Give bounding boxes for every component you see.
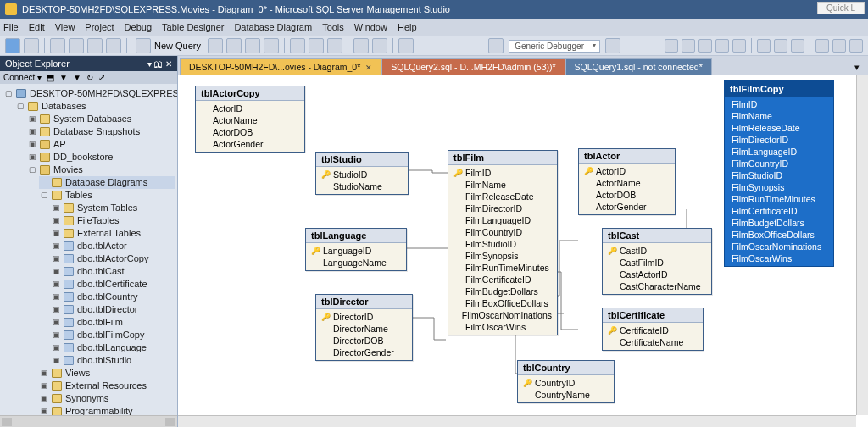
toolbar-button[interactable] — [757, 39, 771, 53]
db-movies[interactable]: ▢Movies — [27, 164, 175, 176]
column-item[interactable]: FilmCountryID — [725, 158, 833, 169]
column-item[interactable]: FilmOscarNominations — [725, 241, 833, 252]
quick-launch[interactable]: Quick L — [817, 2, 865, 14]
column-item[interactable]: FilmLanguageID — [448, 214, 557, 226]
toolbar-button[interactable] — [665, 39, 678, 53]
close-icon[interactable]: ✕ — [365, 64, 372, 72]
menu-project[interactable]: Project — [85, 22, 114, 32]
column-item[interactable]: LanguageName — [306, 257, 406, 269]
column-item[interactable]: 🔑FilmID — [448, 167, 557, 179]
menu-database-diagram[interactable]: Database Diagram — [234, 22, 312, 32]
menu-help[interactable]: Help — [398, 22, 417, 32]
nav-back-button[interactable] — [5, 38, 20, 53]
table-box-actorcopy[interactable]: tblActorCopy ActorIDActorNameActorDOBAct… — [195, 86, 305, 152]
column-item[interactable]: FilmID — [725, 98, 833, 110]
extres-node[interactable]: ▣External Resources — [39, 380, 175, 392]
external-tables-node[interactable]: ▣External Tables — [51, 227, 175, 240]
nav-fwd-button[interactable] — [24, 38, 39, 53]
column-item[interactable]: ActorDOB — [579, 189, 675, 201]
prog-node[interactable]: ▣Programmability — [39, 405, 175, 415]
column-item[interactable]: FilmName — [725, 110, 833, 122]
column-item[interactable]: FilmCountryID — [448, 226, 557, 238]
toolbar-button[interactable] — [849, 39, 863, 53]
toolbar-button[interactable] — [774, 39, 787, 53]
column-item[interactable]: FilmOscarWins — [725, 252, 833, 264]
column-item[interactable]: ActorDOB — [196, 126, 304, 138]
table-box-country[interactable]: tblCountry 🔑CountryIDCountryName — [517, 360, 615, 403]
popup-tblfilmcopy[interactable]: tblFilmCopy FilmIDFilmNameFilmReleaseDat… — [724, 80, 834, 267]
menu-edit[interactable]: Edit — [29, 22, 45, 32]
toolbar-button[interactable] — [682, 39, 695, 53]
menu-view[interactable]: View — [55, 22, 75, 32]
oex-tool-icon[interactable]: ▼ — [73, 73, 81, 82]
table-cast[interactable]: ▣dbo.tblCast — [51, 265, 175, 278]
toolbar-button[interactable] — [791, 39, 804, 53]
column-item[interactable]: ActorName — [196, 114, 304, 126]
column-item[interactable]: FilmBudgetDollars — [725, 217, 833, 229]
table-box-studio[interactable]: tblStudio 🔑StudioIDStudioName — [315, 152, 409, 195]
column-item[interactable]: FilmName — [448, 179, 557, 191]
table-film[interactable]: ▣dbo.tblFilm — [51, 316, 175, 329]
toolbar-button[interactable] — [832, 39, 846, 53]
undo-button[interactable] — [353, 38, 369, 53]
db-ap[interactable]: ▣AP — [27, 138, 175, 151]
snap-node[interactable]: ▣Database Snapshots — [27, 125, 175, 138]
databases-node[interactable]: ▢Databases — [15, 100, 175, 113]
column-item[interactable]: DirectorGender — [316, 347, 412, 358]
column-item[interactable]: CastActorID — [603, 269, 711, 280]
column-item[interactable]: FilmBoxOfficeDollars — [725, 229, 833, 241]
column-item[interactable]: FilmBoxOfficeDollars — [448, 297, 557, 309]
table-country[interactable]: ▣dbo.tblCountry — [51, 291, 175, 303]
oex-scrollbar[interactable] — [0, 415, 177, 427]
canvas-scroll-h[interactable] — [178, 415, 856, 427]
toolbar-button[interactable] — [715, 39, 729, 53]
table-studio[interactable]: ▣dbo.tblStudio — [51, 354, 175, 367]
column-item[interactable]: FilmOscarNominations — [448, 309, 557, 321]
toolbar-button[interactable] — [208, 38, 223, 53]
canvas-scroll-v[interactable] — [856, 75, 868, 415]
column-item[interactable]: ActorGender — [196, 138, 304, 150]
save-all-button[interactable] — [106, 38, 121, 53]
tab-diagram[interactable]: DESKTOP-50MH2FD\...ovies - Diagram_0*✕ — [180, 58, 381, 75]
play-button[interactable] — [488, 38, 504, 53]
menu-window[interactable]: Window — [354, 22, 387, 32]
db-dd[interactable]: ▣DD_bookstore — [27, 151, 175, 164]
column-item[interactable]: FilmReleaseDate — [448, 191, 557, 202]
toolbar-button[interactable] — [605, 38, 620, 53]
column-item[interactable]: FilmBudgetDollars — [448, 286, 557, 297]
debugger-dropdown[interactable]: Generic Debugger — [509, 40, 600, 53]
column-item[interactable]: FilmDirectorID — [448, 202, 557, 214]
views-node[interactable]: ▣Views — [39, 367, 175, 380]
table-cert[interactable]: ▣dbo.tblCertificate — [51, 278, 175, 291]
pin-icon[interactable]: ▾ 🕮 ✕ — [147, 59, 172, 69]
toolbar-button[interactable] — [815, 39, 829, 53]
menu-file[interactable]: File — [3, 22, 19, 32]
menu-debug[interactable]: Debug — [125, 22, 152, 32]
column-item[interactable]: ActorName — [579, 177, 675, 189]
column-item[interactable]: 🔑ActorID — [579, 165, 675, 177]
column-item[interactable]: CastCharacterName — [603, 280, 711, 292]
column-item[interactable]: 🔑LanguageID — [306, 245, 406, 257]
table-actorcopy[interactable]: ▣dbo.tblActorCopy — [51, 252, 175, 265]
column-item[interactable]: FilmCertificateID — [725, 205, 833, 217]
menu-table-designer[interactable]: Table Designer — [162, 22, 224, 32]
toolbar-button[interactable] — [226, 38, 242, 53]
menu-tools[interactable]: Tools — [322, 22, 344, 32]
toolbar-button[interactable] — [732, 39, 746, 53]
synonyms-node[interactable]: ▣Synonyms — [39, 392, 175, 405]
toolbar-button[interactable] — [69, 38, 84, 53]
table-box-certificate[interactable]: tblCertificate 🔑CertificateIDCertificate… — [602, 308, 704, 351]
table-box-language[interactable]: tblLanguage 🔑LanguageIDLanguageName — [305, 228, 407, 271]
filetables-node[interactable]: ▣FileTables — [51, 214, 175, 227]
column-item[interactable]: CountryName — [518, 389, 614, 401]
table-actor[interactable]: ▣dbo.tblActor — [51, 240, 175, 252]
connect-button[interactable]: Connect ▾ — [3, 73, 42, 82]
column-item[interactable]: FilmSynopsis — [725, 181, 833, 193]
oex-tool-icon[interactable]: ↻ — [86, 73, 93, 82]
tab-query1[interactable]: SQLQuery1.sql - not connected* — [565, 58, 712, 75]
server-node[interactable]: ▢DESKTOP-50MH2FD\SQLEXPRESS (SQL Server … — [3, 87, 175, 100]
sysdb-node[interactable]: ▣System Databases — [27, 113, 175, 125]
column-item[interactable]: FilmStudioID — [725, 169, 833, 181]
column-item[interactable]: 🔑CountryID — [518, 377, 614, 389]
object-explorer-tree[interactable]: ▢DESKTOP-50MH2FD\SQLEXPRESS (SQL Server … — [0, 84, 177, 415]
